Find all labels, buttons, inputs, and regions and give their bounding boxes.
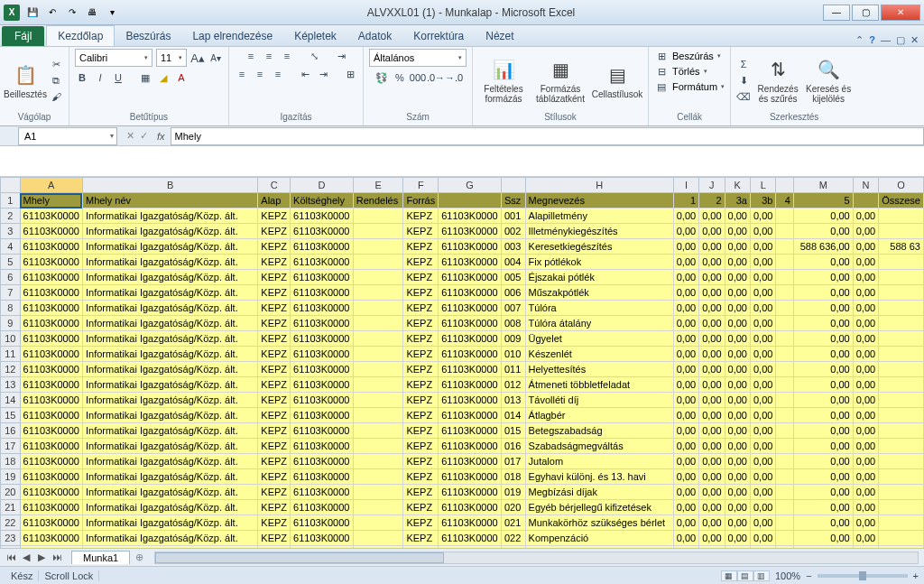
maximize-button[interactable]: ▢ bbox=[852, 5, 879, 21]
fx-icon[interactable]: fx bbox=[157, 131, 171, 142]
shrink-font-icon[interactable]: A▾ bbox=[208, 51, 223, 65]
font-name-combo[interactable]: Calibri▾ bbox=[75, 49, 152, 67]
sheet-nav-first-icon[interactable]: ⏮ bbox=[4, 552, 18, 563]
sheet-nav-prev-icon[interactable]: ◀ bbox=[19, 552, 33, 563]
row-header[interactable]: 1 bbox=[1, 193, 21, 209]
comma-icon[interactable]: 000 bbox=[411, 70, 425, 85]
table-row[interactable]: 20 61103K0000Informatikai Igazgatóság/Kö… bbox=[1, 485, 924, 500]
underline-icon[interactable]: U bbox=[111, 70, 125, 85]
cancel-formula-icon[interactable]: ✕ bbox=[126, 130, 134, 142]
row-header[interactable]: 10 bbox=[1, 331, 21, 347]
undo-icon[interactable]: ↶ bbox=[45, 5, 60, 20]
new-sheet-icon[interactable]: ⊕ bbox=[130, 552, 149, 563]
insert-cells-button[interactable]: ⊞Beszúrás▾ bbox=[654, 49, 721, 63]
col-header-G[interactable]: G bbox=[439, 178, 502, 193]
percent-icon[interactable]: % bbox=[393, 70, 407, 85]
row-header[interactable]: 9 bbox=[1, 316, 21, 331]
row-header[interactable]: 22 bbox=[1, 515, 21, 531]
view-normal-icon[interactable]: ▦ bbox=[721, 570, 737, 581]
zoom-slider[interactable] bbox=[818, 574, 908, 578]
save-icon[interactable]: 💾 bbox=[25, 5, 40, 20]
name-box[interactable]: A1 bbox=[18, 127, 117, 145]
table-row[interactable]: 14 61103K0000Informatikai Igazgatóság/Kö… bbox=[1, 393, 924, 408]
format-cells-button[interactable]: ▤Formátum▾ bbox=[654, 79, 725, 94]
table-row[interactable]: 12 61103K0000Informatikai Igazgatóság/Kö… bbox=[1, 362, 924, 377]
horizontal-scrollbar[interactable] bbox=[154, 552, 919, 564]
wrap-text-icon[interactable]: ⇥ bbox=[334, 49, 348, 63]
col-header-H[interactable]: H bbox=[525, 178, 673, 193]
format-as-table-button[interactable]: ▦Formázás táblázatként bbox=[532, 57, 588, 104]
fill-icon[interactable]: ⬇ bbox=[736, 73, 751, 88]
workbook-minimize-icon[interactable]: — bbox=[881, 34, 891, 46]
redo-icon[interactable]: ↷ bbox=[65, 5, 79, 20]
autosum-icon[interactable]: Σ bbox=[736, 57, 751, 71]
help-icon[interactable]: ? bbox=[869, 34, 875, 46]
col-header-M[interactable]: M bbox=[793, 178, 853, 193]
table-row[interactable]: 2 61103K0000Informatikai Igazgatóság/Köz… bbox=[1, 209, 924, 224]
row-header[interactable]: 18 bbox=[1, 454, 21, 469]
row-header[interactable]: 8 bbox=[1, 301, 21, 316]
font-size-combo[interactable]: 11▾ bbox=[156, 49, 187, 67]
tab-insert[interactable]: Beszúrás bbox=[115, 26, 181, 46]
zoom-level[interactable]: 100% bbox=[775, 570, 800, 581]
fill-color-icon[interactable]: ◢ bbox=[156, 70, 171, 85]
row-header[interactable]: 23 bbox=[1, 531, 21, 546]
sort-filter-button[interactable]: ⇅Rendezés és szűrés bbox=[754, 57, 801, 104]
workbook-close-icon[interactable]: ✕ bbox=[910, 34, 919, 46]
table-row[interactable]: 8 61103K0000Informatikai Igazgatóság/Köz… bbox=[1, 301, 924, 316]
decrease-indent-icon[interactable]: ⇤ bbox=[298, 67, 312, 81]
table-row[interactable]: 24 61103K0000Informatikai Igazgatóság/Kö… bbox=[1, 546, 924, 549]
col-header-I[interactable]: I bbox=[673, 178, 698, 193]
cut-icon[interactable]: ✂ bbox=[49, 57, 63, 71]
zoom-in-button[interactable]: + bbox=[913, 570, 919, 581]
row-header[interactable]: 5 bbox=[1, 255, 21, 270]
number-format-combo[interactable]: Általános▾ bbox=[369, 49, 467, 67]
row-header[interactable]: 21 bbox=[1, 500, 21, 515]
row-header[interactable]: 16 bbox=[1, 423, 21, 439]
cell-styles-button[interactable]: ▤Cellastílusok bbox=[592, 62, 642, 99]
col-header-D[interactable]: D bbox=[291, 178, 354, 193]
sheet-nav-next-icon[interactable]: ▶ bbox=[34, 552, 49, 563]
table-row[interactable]: 23 61103K0000Informatikai Igazgatóság/Kö… bbox=[1, 531, 924, 546]
row-header[interactable]: 15 bbox=[1, 408, 21, 423]
col-header-B[interactable]: B bbox=[82, 178, 257, 193]
col-header-C[interactable]: C bbox=[258, 178, 291, 193]
table-row[interactable]: 17 61103K0000Informatikai Igazgatóság/Kö… bbox=[1, 439, 924, 454]
print-icon[interactable]: 🖶 bbox=[85, 5, 99, 20]
formula-input[interactable]: Mhely bbox=[171, 127, 924, 145]
increase-indent-icon[interactable]: ⇥ bbox=[316, 67, 330, 81]
find-select-button[interactable]: 🔍Keresés és kijelölés bbox=[805, 57, 852, 104]
table-row[interactable]: 3 61103K0000Informatikai Igazgatóság/Köz… bbox=[1, 224, 924, 239]
align-middle-icon[interactable]: ≡ bbox=[262, 49, 276, 63]
sheet-tab-munka1[interactable]: Munka1 bbox=[71, 551, 130, 564]
col-header-F[interactable]: F bbox=[403, 178, 439, 193]
tab-formulas[interactable]: Képletek bbox=[283, 26, 347, 46]
workbook-restore-icon[interactable]: ▢ bbox=[896, 34, 905, 46]
table-row[interactable]: 1 MhelyMhely névAlapKöltséghelyRendelésF… bbox=[1, 193, 924, 209]
col-header-J[interactable]: J bbox=[699, 178, 725, 193]
col-header-M-left[interactable] bbox=[776, 178, 793, 193]
row-header[interactable]: 20 bbox=[1, 485, 21, 500]
align-right-icon[interactable]: ≡ bbox=[271, 67, 285, 81]
table-row[interactable]: 10 61103K0000Informatikai Igazgatóság/Kö… bbox=[1, 331, 924, 347]
align-top-icon[interactable]: ≡ bbox=[244, 49, 258, 63]
table-row[interactable]: 4 61103K0000Informatikai Igazgatóság/Köz… bbox=[1, 239, 924, 255]
col-header-A[interactable]: A bbox=[20, 178, 82, 193]
file-tab[interactable]: Fájl bbox=[2, 26, 44, 46]
tab-review[interactable]: Korrektúra bbox=[402, 26, 475, 46]
paste-button[interactable]: 📋 Beillesztés bbox=[5, 62, 45, 99]
zoom-out-button[interactable]: − bbox=[806, 570, 811, 581]
tab-view[interactable]: Nézet bbox=[475, 26, 524, 46]
row-header[interactable]: 14 bbox=[1, 393, 21, 408]
clear-icon[interactable]: ⌫ bbox=[736, 89, 751, 104]
select-all-corner[interactable] bbox=[1, 178, 21, 193]
col-header-K[interactable]: K bbox=[725, 178, 750, 193]
font-color-icon[interactable]: A bbox=[174, 70, 189, 85]
col-header-E[interactable]: E bbox=[353, 178, 403, 193]
orientation-icon[interactable]: ⤡ bbox=[307, 49, 321, 63]
copy-icon[interactable]: ⧉ bbox=[49, 73, 63, 88]
tab-data[interactable]: Adatok bbox=[347, 26, 402, 46]
minimize-button[interactable]: — bbox=[823, 5, 850, 21]
column-headers[interactable]: A B C D E F G H I J K L M N O bbox=[1, 178, 924, 193]
delete-cells-button[interactable]: ⊟Törlés▾ bbox=[654, 64, 707, 79]
